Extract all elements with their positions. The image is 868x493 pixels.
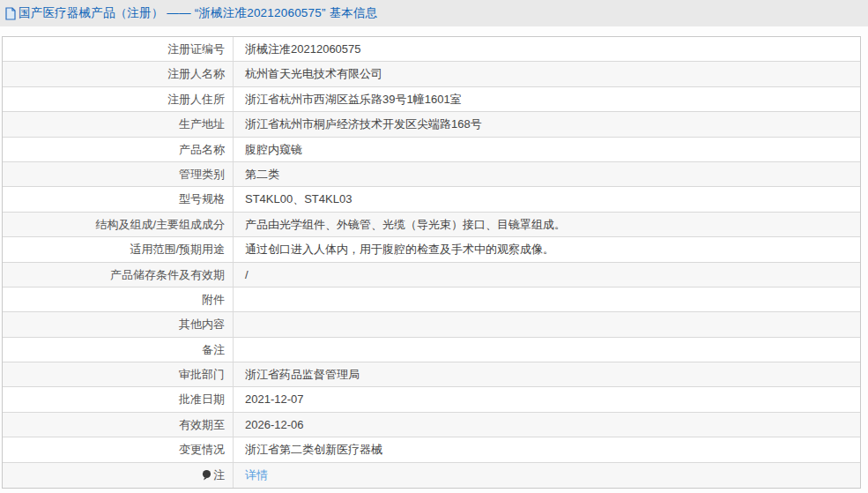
- row-label-text: 产品储存条件及有效期: [110, 263, 225, 287]
- table-row: 变更情况浙江省第二类创新医疗器械: [3, 437, 860, 462]
- row-label: 产品储存条件及有效期: [3, 263, 234, 287]
- row-value-text: 杭州首天光电技术有限公司: [245, 62, 382, 86]
- page-title: 国产医疗器械产品（注册） —— “浙械注准20212060575” 基本信息: [19, 5, 377, 21]
- row-value: 杭州首天光电技术有限公司: [234, 62, 860, 86]
- row-value-text: 浙江省药品监督管理局: [245, 362, 360, 386]
- row-value-text: 浙江省第二类创新医疗器械: [245, 437, 382, 461]
- row-label-text: 附件: [202, 288, 225, 311]
- table-row: 审批部门浙江省药品监督管理局: [3, 362, 860, 387]
- row-label: 型号规格: [3, 187, 234, 211]
- row-label: 注: [3, 463, 234, 488]
- row-label: 生产地址: [3, 112, 234, 136]
- row-value: [234, 338, 860, 362]
- row-value: /: [234, 263, 860, 287]
- row-label-text: 审批部门: [179, 362, 225, 386]
- row-value-text: 通过创口进入人体内，用于腹腔的检查及手术中的观察成像。: [245, 237, 554, 261]
- row-value-text: 浙江省杭州市桐庐经济技术开发区尖端路168号: [245, 112, 482, 136]
- row-label-text: 型号规格: [179, 187, 225, 211]
- row-value: [234, 312, 860, 336]
- table-row: 备注: [3, 338, 860, 362]
- row-value: ST4KL00、ST4KL03: [234, 187, 860, 211]
- table-row: 产品储存条件及有效期/: [3, 263, 860, 288]
- row-label-text: 注册证编号: [167, 37, 225, 61]
- table-row: 注详情: [3, 463, 860, 488]
- row-label-text: 注册人名称: [167, 62, 225, 86]
- row-label-text: 生产地址: [179, 112, 225, 136]
- row-label-text: 其他内容: [179, 312, 225, 336]
- row-value-text: 2026-12-06: [245, 413, 304, 437]
- row-label: 有效期至: [3, 413, 234, 437]
- info-table: 注册证编号浙械注准20212060575注册人名称杭州首天光电技术有限公司注册人…: [2, 36, 861, 489]
- row-value-text: ST4KL00、ST4KL03: [245, 187, 352, 211]
- row-value: 浙江省杭州市西湖区益乐路39号1幢1601室: [234, 87, 860, 111]
- row-value: 详情: [234, 463, 860, 488]
- row-value-text: /: [245, 263, 249, 287]
- table-row: 注册证编号浙械注准20212060575: [3, 37, 860, 62]
- row-label: 管理类别: [3, 162, 234, 186]
- row-label-text: 结构及组成/主要组成成分: [95, 213, 225, 236]
- table-row: 有效期至2026-12-06: [3, 413, 860, 437]
- table-row: 生产地址浙江省杭州市桐庐经济技术开发区尖端路168号: [3, 112, 860, 137]
- table-row: 批准日期2021-12-07: [3, 387, 860, 412]
- row-value-text: 腹腔内窥镜: [245, 138, 302, 161]
- row-label: 审批部门: [3, 362, 234, 386]
- row-label-text: 管理类别: [179, 162, 225, 186]
- table-row: 产品名称腹腔内窥镜: [3, 138, 860, 162]
- row-value: 产品由光学组件、外镜管、光缆（导光束）接口、目镜罩组成。: [234, 213, 860, 236]
- table-row: 注册人住所浙江省杭州市西湖区益乐路39号1幢1601室: [3, 87, 860, 112]
- row-value: 浙江省药品监督管理局: [234, 362, 860, 386]
- row-label-text: 批准日期: [179, 387, 225, 411]
- row-value: 第二类: [234, 162, 860, 186]
- row-label-text: 变更情况: [179, 437, 225, 461]
- table-row: 其他内容: [3, 312, 860, 337]
- row-label: 其他内容: [3, 312, 234, 336]
- row-label: 注册人名称: [3, 62, 234, 86]
- table-row: 型号规格ST4KL00、ST4KL03: [3, 187, 860, 212]
- table-row: 结构及组成/主要组成成分产品由光学组件、外镜管、光缆（导光束）接口、目镜罩组成。: [3, 213, 860, 237]
- row-label-text: 注册人住所: [167, 87, 225, 111]
- row-label: 附件: [3, 288, 234, 311]
- row-label-text: 适用范围/预期用途: [130, 237, 225, 261]
- detail-link[interactable]: 详情: [245, 463, 268, 487]
- row-value: 2021-12-07: [234, 387, 860, 411]
- row-label-text: 产品名称: [179, 138, 225, 161]
- row-label-text: 有效期至: [179, 413, 225, 437]
- row-value-text: 第二类: [245, 162, 279, 186]
- row-label: 注册证编号: [3, 37, 234, 61]
- row-value: 浙械注准20212060575: [234, 37, 860, 61]
- row-value: [234, 288, 860, 311]
- row-label: 产品名称: [3, 138, 234, 161]
- document-icon: [4, 7, 16, 20]
- row-label: 适用范围/预期用途: [3, 237, 234, 261]
- row-label: 注册人住所: [3, 87, 234, 111]
- table-row: 管理类别第二类: [3, 162, 860, 187]
- row-label: 结构及组成/主要组成成分: [3, 213, 234, 236]
- row-label-text: 备注: [202, 338, 225, 362]
- row-value: 2026-12-06: [234, 413, 860, 437]
- row-label-text: 注: [213, 463, 225, 487]
- row-label: 批准日期: [3, 387, 234, 411]
- row-value: 浙江省第二类创新医疗器械: [234, 437, 860, 461]
- row-value: 浙江省杭州市桐庐经济技术开发区尖端路168号: [234, 112, 860, 136]
- row-label: 备注: [3, 338, 234, 362]
- note-bulb-icon: [202, 469, 211, 482]
- row-value: 通过创口进入人体内，用于腹腔的检查及手术中的观察成像。: [234, 237, 860, 261]
- table-row: 适用范围/预期用途通过创口进入人体内，用于腹腔的检查及手术中的观察成像。: [3, 237, 860, 262]
- row-value-text: 产品由光学组件、外镜管、光缆（导光束）接口、目镜罩组成。: [245, 213, 566, 236]
- table-row: 注册人名称杭州首天光电技术有限公司: [3, 62, 860, 86]
- table-row: 附件: [3, 288, 860, 312]
- row-value: 腹腔内窥镜: [234, 138, 860, 161]
- row-value-text: 2021-12-07: [245, 387, 304, 411]
- row-value-text: 浙械注准20212060575: [245, 37, 361, 61]
- header-bar: 国产医疗器械产品（注册） —— “浙械注准20212060575” 基本信息: [0, 0, 868, 26]
- row-label: 变更情况: [3, 437, 234, 461]
- row-value-text: 浙江省杭州市西湖区益乐路39号1幢1601室: [245, 87, 462, 111]
